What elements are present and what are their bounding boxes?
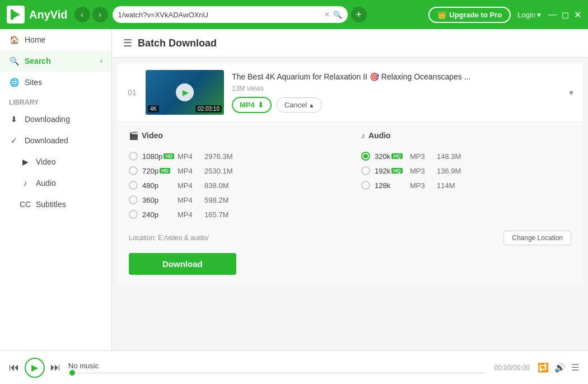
- video-format-col: 🎬 Video 1080p HD MP4 2976.3M: [129, 131, 339, 222]
- sidebar-home-label: Home: [25, 35, 45, 44]
- cancel-chevron-icon: ▴: [310, 101, 314, 109]
- player-bar: ⏮ ▶ ⏭ No music 00:00/00:00 🔁 🔊 ☰: [0, 350, 588, 384]
- format-row-320k: 320k HQ MP3 148.3M: [361, 149, 571, 163]
- sidebar-item-downloading[interactable]: ⬇ Downloading: [0, 109, 111, 130]
- repeat-button[interactable]: 🔁: [538, 362, 549, 373]
- player-extras: 🔁 🔊 ☰: [538, 362, 579, 373]
- format-row-1080p: 1080p HD MP4 2976.3M: [129, 149, 339, 163]
- forward-button[interactable]: ›: [92, 7, 108, 22]
- playlist-button[interactable]: ☰: [571, 362, 579, 373]
- progress-indicator: [69, 370, 75, 376]
- sidebar-item-downloaded[interactable]: ✓ Downloaded: [0, 130, 111, 151]
- volume-button[interactable]: 🔊: [554, 362, 566, 373]
- sidebar-search-label: Search: [25, 57, 51, 65]
- sidebar-video-label: Video: [36, 157, 56, 166]
- batch-title: Batch Download: [138, 38, 217, 49]
- url-bar[interactable]: 1/watch?v=XVkADAwOXnU ✕ 🔍: [113, 6, 348, 23]
- type-480p: MP4: [178, 181, 200, 190]
- player-controls: ⏮ ▶ ⏭: [9, 358, 60, 378]
- size-360p: 598.2M: [204, 196, 244, 204]
- home-icon: 🏠: [9, 35, 19, 45]
- video-format-label: Video: [142, 131, 163, 140]
- logo-icon: [7, 6, 25, 24]
- add-tab-button[interactable]: +: [351, 7, 367, 22]
- radio-720p[interactable]: [129, 166, 138, 175]
- radio-480p[interactable]: [129, 181, 138, 190]
- size-192k: 136.9M: [437, 167, 476, 175]
- close-button[interactable]: ✕: [573, 11, 581, 18]
- audio-format-col: ♪ Audio 320k HQ MP3 148.3M: [361, 131, 571, 222]
- type-720p: MP4: [178, 167, 200, 175]
- crown-icon: 👑: [437, 11, 446, 19]
- radio-1080p[interactable]: [129, 152, 138, 161]
- download-arrow-icon: ⬇: [258, 101, 264, 109]
- video-list: 01 ▶ 4K 02:03:10 The Best 4K Aquarium fo…: [112, 58, 588, 350]
- type-1080p: MP4: [178, 152, 200, 161]
- format-row-480p: 480p MP4 838.0M: [129, 178, 339, 193]
- format-row-360p: 360p MP4 598.2M: [129, 193, 339, 207]
- type-360p: MP4: [178, 196, 200, 204]
- login-label: Login: [517, 11, 535, 19]
- video-actions: MP4 ⬇ Cancel ▴: [232, 97, 559, 113]
- sidebar-item-search[interactable]: 🔍 Search ›: [0, 50, 111, 72]
- upgrade-label: Upgrade to Pro: [449, 11, 502, 19]
- radio-240p[interactable]: [129, 210, 138, 219]
- format-row-240p: 240p MP4 165.7M: [129, 207, 339, 222]
- subtitles-icon: CC: [20, 199, 30, 209]
- prev-button[interactable]: ⏮: [9, 362, 19, 373]
- download-button[interactable]: Download: [129, 253, 236, 275]
- back-button[interactable]: ‹: [74, 7, 90, 22]
- sites-icon: 🌐: [9, 77, 19, 87]
- size-480p: 838.0M: [204, 181, 244, 190]
- login-button[interactable]: Login ▾: [517, 11, 541, 19]
- upgrade-button[interactable]: 👑 Upgrade to Pro: [428, 7, 511, 23]
- change-location-button[interactable]: Change Location: [503, 231, 571, 245]
- sidebar-item-video[interactable]: ▶ Video: [0, 151, 111, 172]
- player-progress[interactable]: [68, 372, 487, 374]
- cancel-button[interactable]: Cancel ▴: [276, 97, 322, 113]
- res-192k: 192k HQ: [375, 167, 405, 175]
- sidebar-item-sites[interactable]: 🌐 Sites: [0, 72, 111, 93]
- item-number: 01: [127, 88, 138, 97]
- res-1080p: 1080p HD: [142, 152, 173, 161]
- more-options-icon[interactable]: ▾: [569, 87, 573, 98]
- svg-rect-1: [11, 10, 13, 20]
- video-views: 13M views: [232, 85, 559, 92]
- content-area: ☰ Batch Download 01 ▶ 4K 02:03:10: [112, 29, 588, 350]
- audio-format-icon: ♪: [361, 131, 365, 140]
- cancel-label: Cancel: [284, 101, 307, 109]
- radio-360p[interactable]: [129, 195, 138, 204]
- play-overlay-button[interactable]: ▶: [176, 83, 194, 101]
- type-320k: MP3: [410, 152, 432, 161]
- format-panel: 🎬 Video 1080p HD MP4 2976.3M: [118, 121, 582, 284]
- video-format-icon: 🎬: [129, 131, 138, 140]
- location-text: Location: E:/video & auido/: [129, 234, 209, 242]
- format-row-128k: 128k MP3 114M: [361, 178, 571, 193]
- downloading-icon: ⬇: [9, 114, 19, 124]
- res-240p: 240p: [142, 210, 173, 219]
- format-row-720p: 720p HD MP4 2530.1M: [129, 163, 339, 178]
- res-320k: 320k HQ: [375, 152, 405, 161]
- minimize-button[interactable]: —: [549, 11, 557, 18]
- type-192k: MP3: [410, 167, 432, 175]
- size-128k: 114M: [437, 181, 476, 190]
- search-icon[interactable]: 🔍: [333, 11, 342, 19]
- maximize-button[interactable]: ◻: [561, 11, 569, 18]
- sidebar-item-home[interactable]: 🏠 Home: [0, 29, 111, 50]
- radio-128k[interactable]: [361, 181, 370, 190]
- radio-192k[interactable]: [361, 166, 370, 175]
- radio-320k[interactable]: [361, 152, 370, 161]
- res-128k: 128k: [375, 181, 405, 190]
- app-name: AnyVid: [29, 8, 68, 21]
- window-controls: — ◻ ✕: [549, 11, 581, 18]
- sidebar-item-audio[interactable]: ♪ Audio: [0, 172, 111, 194]
- size-1080p: 2976.3M: [204, 152, 244, 161]
- next-button[interactable]: ⏭: [50, 362, 60, 373]
- type-240p: MP4: [178, 210, 200, 219]
- res-720p: 720p HD: [142, 167, 173, 175]
- play-button[interactable]: ▶: [25, 358, 45, 378]
- mp4-button[interactable]: MP4 ⬇: [232, 97, 272, 113]
- url-close-icon[interactable]: ✕: [324, 11, 330, 18]
- player-info: No music: [68, 362, 487, 374]
- sidebar-item-subtitles[interactable]: CC Subtitles: [0, 194, 111, 215]
